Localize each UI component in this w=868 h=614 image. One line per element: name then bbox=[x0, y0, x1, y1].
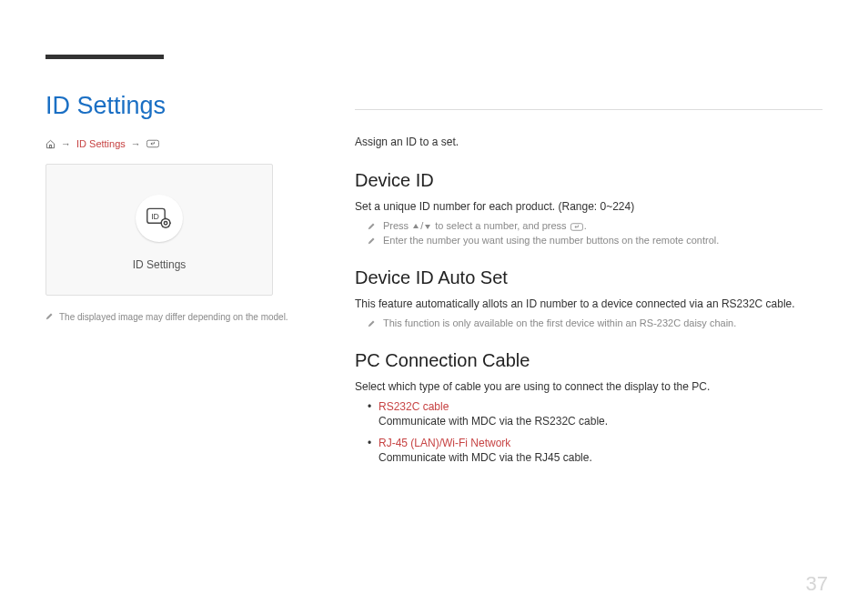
section-cable: PC Connection Cable Select which type of… bbox=[355, 350, 823, 464]
note1-b: / bbox=[420, 220, 423, 231]
breadcrumb-arrow: → bbox=[61, 138, 71, 149]
breadcrumb-arrow: → bbox=[131, 138, 141, 149]
enter-icon bbox=[146, 139, 159, 148]
horizontal-rule bbox=[355, 109, 823, 110]
heading-cable: PC Connection Cable bbox=[355, 350, 823, 371]
home-icon bbox=[45, 139, 56, 149]
page-number: 37 bbox=[806, 572, 828, 596]
device-id-note-1: Press / to select a number, and press . bbox=[355, 220, 823, 231]
list-item: RJ-45 (LAN)/Wi-Fi Network Communicate wi… bbox=[368, 437, 823, 464]
page-title: ID Settings bbox=[45, 92, 318, 120]
intro-text: Assign an ID to a set. bbox=[355, 136, 823, 148]
svg-text:ID: ID bbox=[151, 211, 159, 220]
option-name: RJ-45 (LAN)/Wi-Fi Network bbox=[378, 437, 823, 449]
heading-auto-set: Device ID Auto Set bbox=[355, 267, 823, 288]
svg-rect-0 bbox=[50, 145, 52, 147]
image-note-text: The displayed image may differ depending… bbox=[59, 312, 288, 322]
breadcrumb: → ID Settings → bbox=[45, 138, 318, 149]
enter-icon bbox=[570, 223, 583, 231]
title-accent-bar bbox=[45, 55, 164, 59]
device-id-desc: Set a unique ID number for each product.… bbox=[355, 200, 823, 213]
note2-text: Enter the number you want using the numb… bbox=[383, 235, 719, 246]
section-auto-set: Device ID Auto Set This feature automati… bbox=[355, 267, 823, 328]
panel-label: ID Settings bbox=[133, 258, 187, 271]
note1-c: to select a number, and press bbox=[435, 220, 566, 231]
up-triangle-icon bbox=[412, 223, 419, 230]
pen-icon bbox=[368, 319, 376, 327]
section-device-id: Device ID Set a unique ID number for eac… bbox=[355, 170, 823, 246]
list-item: RS232C cable Communicate with MDC via th… bbox=[368, 400, 823, 428]
option-desc: Communicate with MDC via the RS232C cabl… bbox=[378, 415, 608, 428]
breadcrumb-link: ID Settings bbox=[76, 138, 126, 149]
preview-panel: ID ID Settings bbox=[45, 164, 273, 296]
pen-icon bbox=[368, 222, 376, 230]
note1-d: . bbox=[584, 220, 587, 231]
option-name: RS232C cable bbox=[378, 400, 823, 413]
option-desc: Communicate with MDC via the RJ45 cable. bbox=[378, 451, 592, 464]
auto-set-desc: This feature automatically allots an ID … bbox=[355, 297, 823, 310]
image-note: The displayed image may differ depending… bbox=[45, 312, 318, 322]
auto-set-note: This function is only available on the f… bbox=[355, 317, 823, 328]
cable-desc: Select which type of cable you are using… bbox=[355, 380, 823, 393]
cable-option-list: RS232C cable Communicate with MDC via th… bbox=[355, 400, 823, 464]
pen-icon bbox=[368, 237, 376, 245]
pen-icon bbox=[45, 312, 54, 322]
heading-device-id: Device ID bbox=[355, 170, 823, 191]
note1-a: Press bbox=[383, 220, 409, 231]
id-settings-icon: ID bbox=[136, 195, 183, 242]
auto-set-note-text: This function is only available on the f… bbox=[383, 317, 736, 328]
down-triangle-icon bbox=[424, 223, 431, 230]
device-id-note-2: Enter the number you want using the numb… bbox=[355, 235, 823, 246]
